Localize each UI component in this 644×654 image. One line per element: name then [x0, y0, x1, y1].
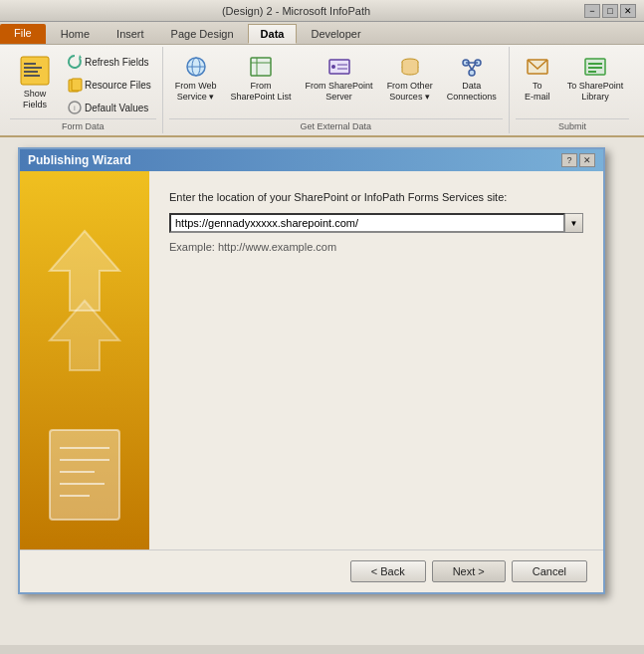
svg-line-25 — [472, 65, 475, 70]
from-sharepoint-server-button[interactable]: From SharePointServer — [300, 49, 379, 109]
svg-rect-4 — [24, 75, 40, 77]
window-controls: − □ ✕ — [584, 4, 636, 18]
data-connections-icon — [460, 55, 484, 79]
dialog-main: Enter the location of your SharePoint or… — [149, 171, 603, 549]
other-sources-icon — [398, 55, 422, 79]
svg-rect-30 — [588, 71, 596, 73]
dialog-body: Enter the location of your SharePoint or… — [20, 171, 603, 549]
ribbon-group-submit: ToE-mail To SharePointLibrary Submit — [510, 47, 636, 133]
tab-developer[interactable]: Developer — [298, 24, 373, 44]
data-connections-label: DataConnections — [447, 81, 497, 103]
ribbon-group-form-data: ShowFields Refresh Fields — [4, 47, 163, 133]
form-data-group-label: Form Data — [10, 118, 156, 131]
external-data-buttons: From WebService ▾ FromSharePoint List — [169, 49, 503, 118]
url-dropdown-button[interactable]: ▼ — [565, 213, 583, 233]
refresh-icon — [67, 54, 83, 70]
main-content: Feedback Publishing Wizard ? ✕ — [0, 137, 644, 645]
web-service-icon — [184, 55, 208, 79]
submit-buttons: ToE-mail To SharePointLibrary — [516, 49, 630, 118]
maximize-button[interactable]: □ — [602, 4, 618, 18]
close-button[interactable]: ✕ — [620, 4, 636, 18]
svg-rect-29 — [588, 67, 602, 69]
svg-marker-31 — [50, 231, 119, 311]
svg-point-22 — [469, 70, 475, 76]
default-values-label: Default Values — [85, 103, 148, 113]
default-values-icon: i — [67, 100, 83, 115]
dialog-sidebar — [20, 171, 149, 549]
resource-files-icon — [67, 77, 83, 93]
data-connections-button[interactable]: DataConnections — [441, 49, 503, 109]
svg-rect-33 — [50, 430, 119, 520]
from-sharepoint-list-button[interactable]: FromSharePoint List — [225, 49, 298, 109]
resource-files-button[interactable]: Resource Files — [62, 74, 156, 96]
tab-home[interactable]: Home — [48, 24, 103, 44]
sharepoint-library-label: To SharePointLibrary — [567, 81, 624, 103]
title-text: (Design) 2 - Microsoft InfoPath — [8, 5, 584, 17]
tab-file[interactable]: File — [0, 24, 46, 44]
email-icon — [526, 55, 549, 79]
next-button[interactable]: Next > — [432, 560, 506, 582]
default-values-button[interactable]: i Default Values — [62, 97, 156, 118]
show-fields-label: ShowFields — [23, 89, 47, 110]
dialog-help-button[interactable]: ? — [561, 153, 577, 167]
svg-rect-3 — [24, 71, 38, 73]
sharepoint-library-icon — [583, 55, 607, 79]
to-email-button[interactable]: ToE-mail — [516, 49, 559, 109]
small-buttons-col: Refresh Fields Resource Files i — [62, 49, 156, 118]
svg-rect-28 — [588, 63, 602, 65]
ribbon-content: ShowFields Refresh Fields — [0, 45, 644, 135]
resource-files-label: Resource Files — [85, 80, 151, 91]
sidebar-decoration — [20, 171, 149, 549]
tab-strip: File Home Insert Page Design Data Develo… — [0, 22, 644, 45]
dialog-instruction: Enter the location of your SharePoint or… — [169, 191, 583, 203]
cancel-button[interactable]: Cancel — [512, 560, 587, 582]
url-input[interactable] — [169, 213, 565, 233]
from-web-service-button[interactable]: From WebService ▾ — [169, 49, 223, 109]
back-button[interactable]: < Back — [350, 560, 426, 582]
svg-rect-6 — [72, 79, 82, 91]
submit-group-label: Submit — [516, 118, 630, 131]
dialog-titlebar: Publishing Wizard ? ✕ — [20, 149, 603, 171]
to-email-label: ToE-mail — [525, 81, 550, 103]
ribbon: File Home Insert Page Design Data Develo… — [0, 22, 644, 137]
dialog-controls: ? ✕ — [561, 153, 595, 167]
other-sources-label: From OtherSources ▾ — [387, 81, 433, 103]
example-text: Example: http://www.example.com — [169, 241, 583, 253]
sharepoint-server-icon — [327, 55, 351, 79]
publishing-wizard-dialog: Publishing Wizard ? ✕ — [18, 147, 605, 594]
svg-rect-12 — [251, 58, 271, 76]
svg-marker-32 — [50, 301, 119, 370]
refresh-fields-label: Refresh Fields — [85, 57, 148, 68]
refresh-fields-button[interactable]: Refresh Fields — [62, 51, 156, 73]
url-input-container: ▼ — [169, 213, 583, 233]
dialog-footer: < Back Next > Cancel — [20, 549, 603, 592]
sharepoint-list-icon — [249, 55, 273, 79]
svg-rect-2 — [24, 67, 42, 69]
sharepoint-server-label: From SharePointServer — [306, 81, 373, 103]
dialog-overlay: Publishing Wizard ? ✕ — [0, 137, 644, 645]
external-data-group-label: Get External Data — [169, 118, 503, 131]
form-data-buttons: ShowFields Refresh Fields — [10, 49, 156, 118]
show-fields-icon — [19, 55, 51, 87]
dialog-title: Publishing Wizard — [28, 153, 131, 167]
from-other-sources-button[interactable]: From OtherSources ▾ — [381, 49, 439, 109]
to-sharepoint-library-button[interactable]: To SharePointLibrary — [561, 49, 630, 109]
svg-text:i: i — [74, 104, 76, 112]
dialog-close-button[interactable]: ✕ — [579, 153, 595, 167]
web-service-label: From WebService ▾ — [175, 81, 217, 103]
minimize-button[interactable]: − — [584, 4, 600, 18]
sharepoint-list-label: FromSharePoint List — [231, 81, 292, 103]
tab-insert[interactable]: Insert — [104, 24, 157, 44]
svg-point-16 — [331, 65, 335, 69]
tab-page-design[interactable]: Page Design — [158, 24, 247, 44]
title-bar: (Design) 2 - Microsoft InfoPath − □ ✕ — [0, 0, 644, 22]
tab-data[interactable]: Data — [248, 24, 298, 44]
svg-line-24 — [469, 65, 472, 70]
ribbon-group-external-data: From WebService ▾ FromSharePoint List — [163, 47, 510, 133]
show-fields-button[interactable]: ShowFields — [10, 49, 60, 116]
svg-rect-1 — [24, 63, 36, 65]
